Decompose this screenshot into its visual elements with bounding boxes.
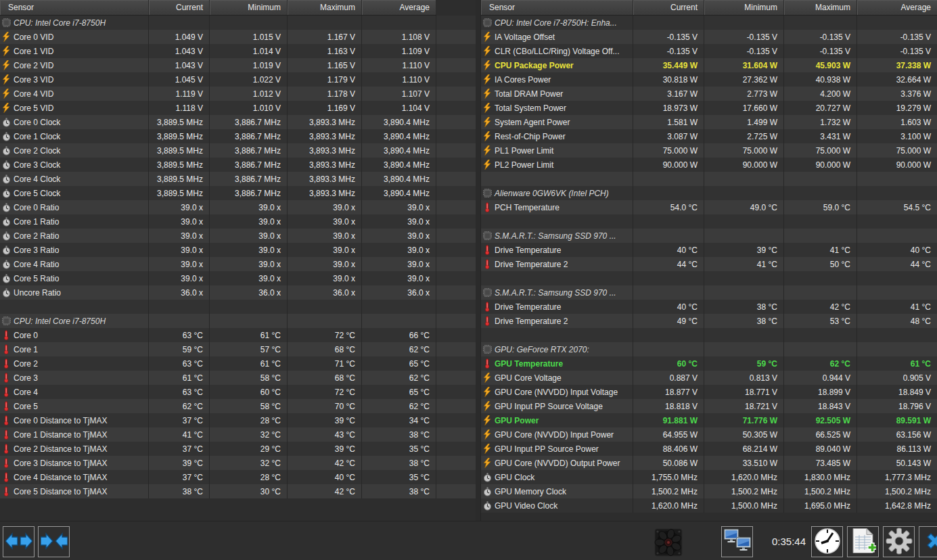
remote-monitoring-button[interactable]: [721, 526, 753, 557]
sensor-row[interactable]: Core 5 Ratio39.0 x39.0 x39.0 x39.0 x: [0, 271, 476, 285]
close-button[interactable]: [919, 526, 937, 557]
value-current: 61 °C: [149, 371, 210, 385]
sensor-row[interactable]: Core 3 Distance to TjMAX39 °C32 °C42 °C3…: [0, 456, 476, 470]
sensor-row[interactable]: IA Cores Power30.818 W27.362 W40.938 W32…: [481, 72, 937, 87]
sensor-row[interactable]: Core 0 Distance to TjMAX37 °C28 °C39 °C3…: [0, 413, 476, 427]
sensor-row[interactable]: Core 0 Clock3,889.5 MHz3,886.7 MHz3,893.…: [0, 115, 476, 129]
sensor-row[interactable]: Uncore Ratio36.0 x36.0 x36.0 x36.0 x: [0, 285, 476, 300]
sensor-row[interactable]: Drive Temperature40 °C38 °C42 °C41 °C: [481, 300, 937, 314]
sensor-row[interactable]: Core 263 °C61 °C71 °C65 °C: [0, 356, 476, 371]
sensor-row[interactable]: Total DRAM Power3.167 W2.773 W4.200 W3.3…: [481, 87, 937, 101]
settings-button[interactable]: [883, 526, 915, 557]
sensor-row[interactable]: Core 463 °C60 °C72 °C65 °C: [0, 385, 476, 399]
sensor-group-row[interactable]: CPU: Intel Core i7-8750H: [0, 16, 476, 30]
sensor-row[interactable]: Core 0 VID1.049 V1.015 V1.167 V1.108 V: [0, 30, 476, 44]
sensor-group-row[interactable]: S.M.A.R.T.: Samsung SSD 970 ...: [481, 285, 937, 300]
sensor-row[interactable]: GPU Power91.881 W71.776 W92.505 W89.591 …: [481, 413, 937, 427]
sensor-group-row[interactable]: S.M.A.R.T.: Samsung SSD 970 ...: [481, 229, 937, 243]
clock-tool-button[interactable]: [811, 526, 843, 557]
column-header-current[interactable]: Current: [149, 0, 210, 15]
sensor-row[interactable]: Core 4 VID1.119 V1.012 V1.178 V1.107 V: [0, 87, 476, 101]
sensor-row[interactable]: Core 562 °C58 °C70 °C62 °C: [0, 399, 476, 413]
sensor-row[interactable]: Core 1 Ratio39.0 x39.0 x39.0 x39.0 x: [0, 214, 476, 229]
report-log-button[interactable]: [847, 526, 879, 557]
sensor-row[interactable]: GPU Core (NVVDD) Input Power64.955 W50.3…: [481, 427, 937, 442]
sensor-row[interactable]: Core 1 Distance to TjMAX41 °C32 °C43 °C3…: [0, 427, 476, 442]
column-header-maximum[interactable]: Maximum: [288, 0, 362, 15]
sensor-row[interactable]: Drive Temperature40 °C39 °C41 °C40 °C: [481, 243, 937, 257]
sensor-row[interactable]: Core 3 VID1.045 V1.022 V1.179 V1.110 V: [0, 72, 476, 87]
column-header-current[interactable]: Current: [633, 0, 704, 15]
sensor-row[interactable]: PL2 Power Limit90.000 W90.000 W90.000 W9…: [481, 158, 937, 172]
column-header-average[interactable]: Average: [857, 0, 937, 15]
sensor-row[interactable]: PL1 Power Limit75.000 W75.000 W75.000 W7…: [481, 143, 937, 158]
collapse-columns-button[interactable]: [38, 526, 70, 557]
sensor-group-row[interactable]: CPU: Intel Core i7-8750H: Enha...: [481, 16, 937, 30]
sensor-row[interactable]: GPU Core Voltage0.887 V0.813 V0.944 V0.9…: [481, 371, 937, 385]
sensor-group-row[interactable]: Alienware 0GW6VK (Intel PCH): [481, 186, 937, 200]
sensor-row[interactable]: Total System Power18.973 W17.660 W20.727…: [481, 101, 937, 115]
sensor-row[interactable]: Core 0 Ratio39.0 x39.0 x39.0 x39.0 x: [0, 200, 476, 214]
sensor-row[interactable]: Core 1 VID1.043 V1.014 V1.163 V1.109 V: [0, 44, 476, 58]
sensor-row[interactable]: Core 2 Ratio39.0 x39.0 x39.0 x39.0 x: [0, 229, 476, 243]
sensor-row[interactable]: CPU Package Power35.449 W31.604 W45.903 …: [481, 58, 937, 72]
column-header-maximum[interactable]: Maximum: [784, 0, 857, 15]
sensor-row[interactable]: GPU Memory Clock1,500.2 MHz1,500.2 MHz1,…: [481, 484, 937, 498]
sensor-row[interactable]: Drive Temperature 249 °C38 °C53 °C48 °C: [481, 314, 937, 328]
column-header-sensor[interactable]: Sensor: [481, 0, 633, 15]
sensor-row[interactable]: PCH Temperature54.0 °C49.0 °C59.0 °C54.5…: [481, 200, 937, 214]
value-minimum: 17.660 W: [704, 101, 784, 115]
value-current: 63 °C: [149, 385, 210, 399]
sensor-row[interactable]: GPU Core (NVVDD) Output Power50.086 W33.…: [481, 456, 937, 470]
sensor-row[interactable]: GPU Clock1,755.0 MHz1,620.0 MHz1,830.0 M…: [481, 470, 937, 484]
sensor-row[interactable]: Core 3 Clock3,889.5 MHz3,886.7 MHz3,893.…: [0, 158, 476, 172]
sensor-row[interactable]: Core 5 Clock3,889.5 MHz3,886.7 MHz3,893.…: [0, 186, 476, 200]
sensor-group-row[interactable]: GPU: GeForce RTX 2070:: [481, 342, 937, 356]
sensor-row[interactable]: System Agent Power1.581 W1.499 W1.732 W1…: [481, 115, 937, 129]
sensor-row[interactable]: Core 063 °C61 °C72 °C66 °C: [0, 328, 476, 342]
sensor-row[interactable]: Core 2 Clock3,889.5 MHz3,886.7 MHz3,893.…: [0, 143, 476, 158]
value-maximum: 20.727 W: [784, 101, 857, 115]
sensor-row[interactable]: Core 159 °C57 °C68 °C62 °C: [0, 342, 476, 356]
column-header-minimum[interactable]: Minimum: [210, 0, 288, 15]
value-minimum: 1.015 V: [210, 30, 288, 44]
value-minimum: 49.0 °C: [704, 200, 784, 214]
value-maximum: 45.903 W: [784, 58, 857, 72]
sensor-row[interactable]: Core 2 VID1.043 V1.019 V1.165 V1.110 V: [0, 58, 476, 72]
column-header-minimum[interactable]: Minimum: [704, 0, 784, 15]
sensor-row[interactable]: GPU Core (NVVDD) Input Voltage18.877 V18…: [481, 385, 937, 399]
value-current: 30.818 W: [633, 72, 704, 87]
sensor-row[interactable]: GPU Video Clock1,620.0 MHz1,500.0 MHz1,6…: [481, 498, 937, 513]
sensor-row[interactable]: Core 5 VID1.118 V1.010 V1.169 V1.104 V: [0, 101, 476, 115]
sensor-group-row[interactable]: CPU: Intel Core i7-8750H: [0, 314, 476, 328]
expand-columns-button[interactable]: [3, 526, 35, 557]
sensor-row[interactable]: Core 4 Clock3,889.5 MHz3,886.7 MHz3,893.…: [0, 172, 476, 186]
sensor-row[interactable]: Core 2 Distance to TjMAX37 °C29 °C39 °C3…: [0, 442, 476, 456]
sensor-label: System Agent Power: [493, 115, 633, 129]
sensor-row[interactable]: CLR (CBo/LLC/Ring) Voltage Off...-0.135 …: [481, 44, 937, 58]
collapse-columns-icon: [41, 532, 68, 552]
sensor-row[interactable]: Core 5 Distance to TjMAX38 °C30 °C42 °C3…: [0, 484, 476, 498]
bolt-icon: [481, 129, 493, 143]
sensor-row[interactable]: Core 4 Distance to TjMAX37 °C28 °C40 °C3…: [0, 470, 476, 484]
value-maximum: 1,695.0 MHz: [784, 498, 857, 513]
sensor-row[interactable]: Core 1 Clock3,889.5 MHz3,886.7 MHz3,893.…: [0, 129, 476, 143]
sensor-label: GPU Clock: [493, 470, 633, 484]
sensor-row[interactable]: Rest-of-Chip Power3.087 W2.725 W3.431 W3…: [481, 129, 937, 143]
sensor-row[interactable]: Core 3 Ratio39.0 x39.0 x39.0 x39.0 x: [0, 243, 476, 257]
sensor-row[interactable]: IA Voltage Offset-0.135 V-0.135 V-0.135 …: [481, 30, 937, 44]
sensor-row[interactable]: GPU Temperature60 °C59 °C62 °C61 °C: [481, 356, 937, 371]
value-minimum: 1.010 V: [210, 101, 288, 115]
sensor-row[interactable]: Core 361 °C58 °C68 °C62 °C: [0, 371, 476, 385]
sensor-row[interactable]: Core 4 Ratio39.0 x39.0 x39.0 x39.0 x: [0, 257, 476, 271]
value-current: 39.0 x: [149, 229, 210, 243]
sensor-row[interactable]: GPU Input PP Source Voltage18.818 V18.72…: [481, 399, 937, 413]
sensor-row[interactable]: GPU Input PP Source Power88.406 W68.214 …: [481, 442, 937, 456]
value-maximum: 3,893.3 MHz: [288, 186, 362, 200]
value-average: [857, 214, 937, 229]
column-header-average[interactable]: Average: [362, 0, 436, 15]
value-minimum: [704, 342, 784, 356]
bolt-icon: [481, 442, 493, 456]
sensor-row[interactable]: Drive Temperature 244 °C41 °C50 °C44 °C: [481, 257, 937, 271]
column-header-sensor[interactable]: Sensor: [0, 0, 149, 15]
